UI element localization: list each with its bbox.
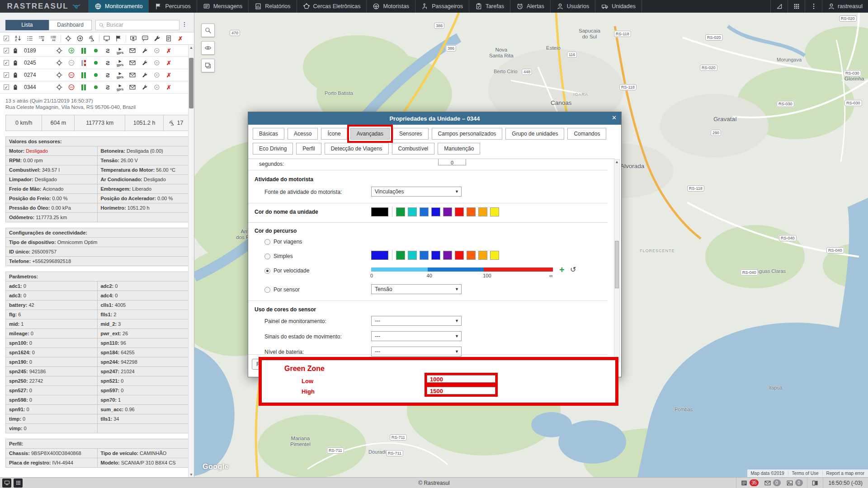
green-zone-low-input[interactable]: 1000: [425, 373, 498, 385]
color-swatch[interactable]: [431, 251, 440, 260]
apply-filter-icon[interactable]: [151, 84, 163, 90]
topbar-tab-relato-rios[interactable]: Relatórios: [249, 0, 297, 13]
toolbar-screenplay-button[interactable]: [127, 35, 139, 42]
color-swatch[interactable]: [455, 251, 464, 260]
remove-from-list-button[interactable]: ✗: [163, 84, 175, 91]
add-speed-interval-button[interactable]: +: [559, 267, 565, 273]
toolbar-wrench-button[interactable]: [151, 35, 163, 42]
speed-color-gradient[interactable]: [371, 267, 553, 272]
topbar-tab-usua-rios[interactable]: Usuários: [551, 0, 595, 13]
dialog-scroll-up[interactable]: ▲: [614, 160, 619, 164]
color-swatch[interactable]: [467, 251, 476, 260]
unit-properties-button[interactable]: [138, 84, 151, 90]
radio-by-sensor[interactable]: Por sensor: [264, 286, 300, 293]
toolbar-target-button[interactable]: [62, 35, 74, 42]
send-message-button[interactable]: [126, 47, 138, 54]
remove-from-list-button[interactable]: ✗: [163, 72, 175, 79]
user-menu[interactable]: rastreasul: [822, 0, 868, 13]
dialog-tab-avanc-adas[interactable]: Avançadas: [350, 128, 390, 140]
color-swatch[interactable]: [420, 207, 429, 216]
radio-simple[interactable]: Simples: [264, 253, 293, 259]
color-swatch[interactable]: [490, 207, 499, 216]
topbar-tab-motoristas[interactable]: Motoristas: [367, 0, 415, 13]
unit-row-0274[interactable]: 0274S▶gprs✗: [0, 69, 194, 81]
dialog-tab-manutenc-a-o[interactable]: Manutenção: [438, 143, 480, 155]
measure-tool-button[interactable]: [770, 0, 788, 13]
app-logo[interactable]: RASTREASUL: [0, 0, 89, 13]
map-layers-button[interactable]: [201, 59, 215, 72]
dialog-tab-ba-sicas[interactable]: Básicas: [253, 128, 284, 140]
scroll-up-arrow[interactable]: ▲: [189, 46, 194, 50]
report-map-error-link[interactable]: Report a map error: [822, 471, 868, 476]
unit-row-0189[interactable]: 0189S▶gprs✗: [0, 45, 194, 57]
apps-grid-button[interactable]: [788, 0, 805, 13]
green-zone-high-input[interactable]: 1500: [425, 385, 498, 397]
remove-from-list-button[interactable]: ✗: [163, 47, 175, 54]
send-message-button[interactable]: [126, 59, 138, 66]
toolbar-list-all-button[interactable]: [47, 35, 59, 42]
sidebar-menu-button[interactable]: [179, 21, 189, 29]
unit-search-box[interactable]: [95, 20, 179, 30]
toolbar-sms-button[interactable]: [139, 35, 151, 42]
tab-lista[interactable]: Lista: [5, 20, 49, 30]
selected-color-swatch[interactable]: [371, 207, 388, 216]
color-swatch[interactable]: [478, 251, 487, 260]
usage-row-dropdown[interactable]: ---▼: [371, 316, 462, 326]
color-swatch[interactable]: [443, 207, 452, 216]
color-swatch[interactable]: [431, 207, 440, 216]
unit-properties-button[interactable]: [138, 60, 151, 66]
topbar-tab-unidades[interactable]: Unidades: [595, 0, 642, 13]
dialog-tab-eco-driving[interactable]: Eco Driving: [253, 143, 293, 155]
locate-unit-button[interactable]: [53, 84, 65, 91]
unit-row-0344[interactable]: 0344S▶gprs✗: [0, 81, 194, 94]
apply-filter-icon[interactable]: [151, 72, 163, 78]
unit-checkbox[interactable]: [4, 60, 9, 66]
locate-unit-button[interactable]: [53, 47, 65, 54]
color-swatch[interactable]: [478, 207, 487, 216]
color-swatch[interactable]: [396, 207, 405, 216]
color-swatch[interactable]: [490, 251, 499, 260]
select-all-checkbox[interactable]: [4, 36, 9, 41]
search-input[interactable]: [106, 22, 174, 28]
sensor-color-dropdown[interactable]: Tensão▼: [371, 284, 462, 294]
unit-properties-button[interactable]: [138, 72, 151, 78]
terms-of-use-link[interactable]: Terms of Use: [788, 471, 822, 476]
dialog-tab-combusti-vel[interactable]: Combustível: [392, 143, 435, 155]
dialog-tab-grupo-de-unidades[interactable]: Grupo de unidades: [505, 128, 564, 140]
selected-color-swatch[interactable]: [371, 251, 388, 260]
toolbar-arrowc-button[interactable]: [74, 35, 86, 42]
dialog-tab-detecc-a-o-de-viagens[interactable]: Detecção de Viagens: [325, 143, 389, 155]
seconds-input[interactable]: 0: [438, 159, 466, 165]
toolbar-cross-button[interactable]: ✗: [175, 35, 186, 42]
unit-row-0245[interactable]: 0245S▶gprs✗: [0, 57, 194, 69]
topbar-tab-percursos[interactable]: Percursos: [149, 0, 197, 13]
toolbar-monitor-button[interactable]: [101, 35, 113, 42]
dialog-tab-acesso[interactable]: Acesso: [288, 128, 318, 140]
toolbar-doc-button[interactable]: [163, 35, 175, 42]
send-message-button[interactable]: [126, 84, 138, 91]
dialog-scrollbar[interactable]: ▲ ▼: [614, 159, 620, 362]
radio-by-speed[interactable]: Por velocidade: [264, 267, 309, 274]
topbar-tab-tarefas[interactable]: Tarefas: [469, 0, 510, 13]
radio-by-trips[interactable]: Por viagens: [264, 239, 302, 245]
color-swatch[interactable]: [455, 207, 464, 216]
tab-dashboard[interactable]: Dashboard: [49, 20, 92, 30]
unit-checkbox[interactable]: [4, 72, 9, 78]
unit-checkbox[interactable]: [4, 48, 9, 53]
dialog-tab-perfil[interactable]: Perfil: [296, 143, 321, 155]
apply-filter-icon[interactable]: [151, 60, 163, 66]
dialog-scrollbar-handle[interactable]: [615, 241, 619, 288]
unit-checkbox[interactable]: [4, 84, 9, 90]
dialog-tab-comandos[interactable]: Comandos: [567, 128, 606, 140]
locate-unit-button[interactable]: [53, 71, 65, 79]
map-visibility-button[interactable]: [201, 41, 215, 55]
sidebar-scrollbar[interactable]: ▲ ▼: [188, 45, 194, 477]
dialog-tab-campos-personalizados[interactable]: Campos personalizados: [432, 128, 503, 140]
usage-row-dropdown[interactable]: ---▼: [371, 331, 462, 341]
toolbar-list-button[interactable]: [24, 35, 36, 42]
topbar-tab-passageiros[interactable]: Passageiros: [415, 0, 469, 13]
color-swatch[interactable]: [467, 207, 476, 216]
send-message-button[interactable]: [126, 71, 138, 79]
reset-speed-intervals-button[interactable]: ↺: [570, 267, 576, 273]
dialog-tab-sensores[interactable]: Sensores: [393, 128, 429, 140]
